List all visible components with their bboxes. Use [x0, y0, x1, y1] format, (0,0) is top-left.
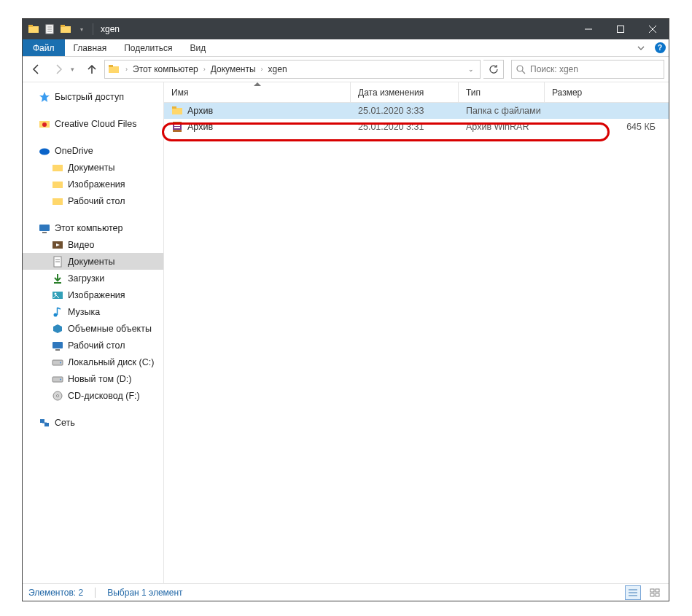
breadcrumb[interactable]: › Этот компьютер › Документы › xgen ⌄: [104, 60, 481, 79]
search-box[interactable]: [511, 60, 664, 79]
svg-rect-55: [174, 127, 180, 128]
maximize-button[interactable]: [604, 19, 637, 39]
column-headers: Имя Дата изменения Тип Размер: [164, 82, 669, 103]
sidebar-item-music[interactable]: Музыка: [23, 303, 163, 320]
forward-button[interactable]: [49, 60, 68, 79]
body: Быстрый доступ Creative Cloud Files OneD…: [23, 82, 669, 583]
navigation-pane[interactable]: Быстрый доступ Creative Cloud Files OneD…: [23, 82, 164, 583]
file-type: Папка с файлами: [459, 106, 545, 116]
svg-rect-54: [174, 125, 180, 126]
column-header-name[interactable]: Имя: [164, 82, 351, 102]
help-button[interactable]: ?: [651, 39, 669, 56]
file-row[interactable]: Архив 25.01.2020 3:33 Папка с файлами: [164, 103, 669, 119]
file-rows[interactable]: Архив 25.01.2020 3:33 Папка с файлами Ар…: [164, 103, 669, 583]
history-dropdown-icon[interactable]: ▾: [71, 66, 79, 73]
view-details-button[interactable]: [625, 585, 641, 600]
svg-line-16: [522, 71, 525, 74]
sidebar-item-label: Рабочий стол: [68, 340, 125, 351]
svg-rect-6: [61, 26, 71, 33]
svg-point-45: [57, 394, 59, 397]
search-icon: [516, 65, 526, 74]
titlebar-divider: [93, 23, 93, 35]
titlebar[interactable]: ▾ xgen: [23, 19, 669, 39]
sidebar-item-videos[interactable]: Видео: [23, 236, 163, 253]
sidebar-item-creative-cloud[interactable]: Creative Cloud Files: [23, 115, 163, 132]
file-row[interactable]: Архив 25.01.2020 3:31 Архив WinRAR 645 К…: [164, 119, 669, 135]
ribbon-tab-view[interactable]: Вид: [181, 39, 214, 56]
sidebar-item-label: Загрузки: [68, 273, 104, 284]
svg-marker-37: [53, 324, 62, 333]
chevron-right-icon[interactable]: ›: [260, 66, 265, 73]
breadcrumb-dropdown-icon[interactable]: ⌄: [468, 66, 477, 73]
svg-marker-17: [39, 92, 50, 102]
svg-rect-49: [172, 108, 182, 114]
rar-icon: [171, 121, 183, 133]
chevron-right-icon[interactable]: ›: [124, 66, 129, 73]
sidebar-item-label: Этот компьютер: [55, 223, 123, 233]
close-button[interactable]: [637, 19, 669, 39]
explorer-window: ▾ xgen Файл Главная Поделиться Вид ?: [22, 18, 669, 601]
column-header-date[interactable]: Дата изменения: [351, 82, 459, 102]
status-bar: Элементов: 2 Выбран 1 элемент: [23, 583, 669, 601]
svg-rect-39: [55, 349, 60, 351]
cube-icon: [52, 323, 63, 335]
creative-cloud-icon: [39, 118, 50, 130]
video-icon: [52, 239, 63, 251]
ribbon-tab-share[interactable]: Поделиться: [115, 39, 181, 56]
sidebar-item-label: CD-дисковод (F:): [68, 391, 140, 401]
sidebar-item-label: Изображения: [68, 290, 125, 300]
sidebar-item-3d-objects[interactable]: Объемные объекты: [23, 320, 163, 337]
sidebar-item-this-pc[interactable]: Этот компьютер: [23, 219, 163, 236]
svg-rect-9: [618, 26, 624, 33]
crumb-this-pc[interactable]: Этот компьютер: [131, 64, 201, 74]
file-type: Архив WinRAR: [459, 122, 545, 132]
ribbon-tab-home[interactable]: Главная: [65, 39, 116, 56]
minimize-button[interactable]: [572, 19, 604, 39]
crumb-xgen[interactable]: xgen: [266, 64, 289, 74]
sidebar-item-od-pictures[interactable]: Изображения: [23, 176, 163, 192]
sidebar-item-documents[interactable]: Документы: [23, 253, 163, 270]
sidebar-item-pictures[interactable]: Изображения: [23, 286, 163, 303]
sidebar-item-onedrive[interactable]: OneDrive: [23, 142, 163, 159]
folder-icon: [52, 195, 63, 207]
refresh-button[interactable]: [483, 60, 504, 79]
ribbon-expand-icon[interactable]: [631, 39, 651, 56]
sidebar-item-local-disk-c[interactable]: Локальный диск (C:): [23, 354, 163, 370]
svg-rect-61: [650, 593, 654, 596]
drive-icon: [52, 356, 63, 368]
file-name: Архив: [187, 106, 213, 116]
properties-icon[interactable]: [43, 23, 56, 36]
sidebar-item-label: Объемные объекты: [68, 324, 152, 334]
back-button[interactable]: [27, 60, 46, 79]
chevron-right-icon[interactable]: ›: [202, 66, 207, 73]
svg-point-19: [42, 122, 47, 127]
svg-rect-50: [172, 106, 176, 109]
svg-rect-24: [39, 225, 50, 231]
file-date: 25.01.2020 3:33: [351, 106, 459, 116]
document-icon: [52, 256, 63, 268]
sidebar-item-od-desktop[interactable]: Рабочий стол: [23, 192, 163, 209]
sidebar-item-od-documents[interactable]: Документы: [23, 159, 163, 176]
column-header-type[interactable]: Тип: [459, 82, 545, 102]
sidebar-item-network[interactable]: Сеть: [23, 414, 163, 431]
qat-dropdown-icon[interactable]: ▾: [75, 23, 88, 36]
svg-rect-60: [656, 589, 659, 592]
quick-folder-icon[interactable]: [59, 23, 72, 36]
svg-rect-13: [109, 66, 119, 73]
crumb-documents[interactable]: Документы: [209, 64, 258, 74]
up-button[interactable]: [82, 60, 101, 79]
sidebar-item-new-volume-d[interactable]: Новый том (D:): [23, 370, 163, 387]
svg-rect-7: [61, 25, 65, 27]
view-large-icons-button[interactable]: [647, 585, 663, 600]
sidebar-item-quick-access[interactable]: Быстрый доступ: [23, 88, 163, 105]
navigation-bar: ▾ › Этот компьютер › Документы › xgen ⌄: [23, 57, 669, 82]
drive-icon: [52, 373, 63, 385]
sidebar-item-desktop[interactable]: Рабочий стол: [23, 337, 163, 354]
picture-icon: [52, 289, 63, 301]
column-header-size[interactable]: Размер: [545, 82, 669, 102]
search-input[interactable]: [530, 64, 659, 74]
sidebar-item-downloads[interactable]: Загрузки: [23, 270, 163, 286]
sidebar-item-cd-drive-f[interactable]: CD-дисковод (F:): [23, 387, 163, 404]
ribbon-file-tab[interactable]: Файл: [23, 39, 65, 56]
folder-icon: [52, 179, 63, 190]
